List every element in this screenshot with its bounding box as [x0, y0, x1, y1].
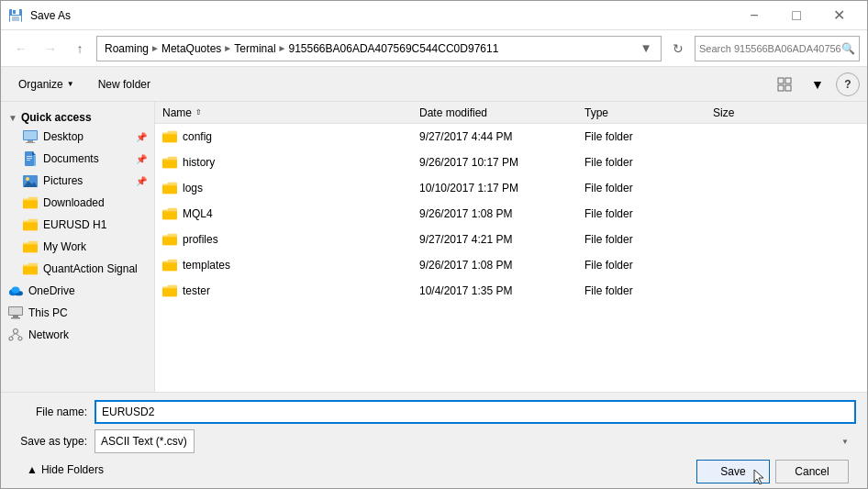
refresh-button[interactable]: ↻: [665, 36, 691, 61]
sidebar-item-thispc[interactable]: This PC: [1, 302, 154, 324]
file-name-cell: logs: [155, 182, 412, 194]
help-label: ?: [844, 78, 851, 91]
address-bar[interactable]: Roaming ► MetaQuotes ► Terminal ► 915566…: [96, 36, 662, 61]
search-input[interactable]: [699, 43, 841, 54]
col-date-header[interactable]: Date modified: [412, 106, 577, 119]
file-date-cell: 9/26/2017 10:17 PM: [412, 156, 577, 169]
svg-point-20: [26, 177, 29, 181]
documents-label: Documents: [43, 152, 99, 165]
save-as-dialog: Save As − □ ✕ ← → ↑ Roaming ► MetaQuotes…: [0, 0, 868, 489]
network-label: Network: [28, 328, 69, 341]
svg-point-24: [12, 287, 20, 294]
file-type-cell: File folder: [577, 259, 706, 272]
up-button[interactable]: ↑: [67, 36, 93, 61]
toolbar: Organize ▼ New folder ▼ ?: [1, 67, 867, 102]
maximize-button[interactable]: □: [775, 1, 818, 30]
eurusd-icon: [23, 217, 38, 232]
thispc-icon: [8, 306, 23, 320]
back-button[interactable]: ←: [8, 36, 34, 61]
table-row[interactable]: MQL4 9/26/2017 1:08 PM File folder: [155, 201, 867, 227]
search-box[interactable]: 🔍: [695, 36, 860, 61]
breadcrumb-part-2: MetaQuotes: [161, 42, 221, 55]
mywork-label: My Work: [43, 240, 86, 253]
svg-point-30: [9, 337, 13, 340]
view-button[interactable]: [770, 72, 799, 96]
help-button[interactable]: ?: [836, 72, 860, 96]
cancel-button[interactable]: Cancel: [775, 460, 849, 483]
view-dropdown-button[interactable]: ▼: [803, 72, 832, 96]
file-name-cell: config: [155, 130, 412, 143]
svg-rect-6: [785, 78, 791, 83]
pictures-pin-icon: 📌: [136, 176, 147, 186]
forward-button[interactable]: →: [38, 36, 63, 61]
new-folder-button[interactable]: New folder: [88, 72, 161, 96]
sidebar-item-mywork[interactable]: My Work: [1, 236, 154, 258]
address-area: ← → ↑ Roaming ► MetaQuotes ► Terminal ► …: [1, 30, 867, 67]
save-button[interactable]: Save: [696, 460, 770, 483]
sidebar-item-eurusd[interactable]: EURUSD H1: [1, 214, 154, 236]
file-type-cell: File folder: [577, 130, 706, 143]
folder-icon: [162, 182, 177, 194]
file-type-cell: File folder: [577, 156, 706, 169]
sidebar-item-desktop[interactable]: Desktop 📌: [1, 126, 154, 148]
organize-button[interactable]: Organize ▼: [8, 72, 84, 96]
file-date-cell: 9/27/2017 4:21 PM: [412, 233, 577, 246]
view-icon: [777, 77, 792, 92]
bottom-status: ▲ Hide Folders Save Cancel: [12, 459, 856, 481]
sidebar-item-downloaded[interactable]: Downloaded: [1, 192, 154, 214]
downloaded-label: Downloaded: [43, 196, 105, 209]
table-row[interactable]: templates 9/26/2017 1:08 PM File folder: [155, 252, 867, 278]
breadcrumb-part-3: Terminal: [234, 42, 275, 55]
sidebar-item-documents[interactable]: Documents 📌: [1, 148, 154, 170]
svg-rect-12: [26, 142, 35, 143]
network-icon: [8, 328, 23, 342]
breadcrumb: Roaming ► MetaQuotes ► Terminal ► 915566…: [105, 42, 635, 55]
file-type-cell: File folder: [577, 233, 706, 246]
svg-rect-26: [9, 307, 22, 315]
savetype-select[interactable]: ASCII Text (*.csv): [95, 429, 195, 453]
bottom-area: File name: Save as type: ASCII Text (*.c…: [1, 392, 867, 488]
table-row[interactable]: profiles 9/27/2017 4:21 PM File folder: [155, 227, 867, 252]
col-size-header[interactable]: Size: [706, 106, 779, 119]
sidebar-item-onedrive[interactable]: OneDrive: [1, 280, 154, 302]
col-name-header[interactable]: Name ⇧: [155, 106, 412, 119]
folder-icon: [162, 233, 177, 246]
window-title: Save As: [30, 9, 71, 22]
folder-icon: [162, 259, 177, 272]
folder-icon: [162, 156, 177, 169]
file-type-cell: File folder: [577, 207, 706, 220]
svg-rect-2: [13, 10, 16, 14]
folder-icon: [162, 130, 177, 143]
file-date-cell: 10/10/2017 1:17 PM: [412, 182, 577, 194]
view-dropdown-icon: ▼: [811, 77, 824, 92]
minimize-button[interactable]: −: [733, 1, 775, 30]
table-row[interactable]: config 9/27/2017 4:44 PM File folder: [155, 124, 867, 150]
table-row[interactable]: logs 10/10/2017 1:17 PM File folder: [155, 175, 867, 201]
hide-folders-button[interactable]: ▲ Hide Folders: [19, 460, 111, 480]
table-row[interactable]: tester 10/4/2017 1:35 PM File folder: [155, 278, 867, 304]
mywork-icon: [23, 239, 38, 254]
sidebar-item-pictures[interactable]: Pictures 📌: [1, 170, 154, 192]
search-icon: 🔍: [841, 42, 855, 55]
col-type-header[interactable]: Type: [577, 106, 706, 119]
svg-rect-7: [778, 85, 784, 91]
downloaded-icon: [23, 195, 38, 210]
sidebar-item-network[interactable]: Network: [1, 324, 154, 346]
savetype-row: Save as type: ASCII Text (*.csv): [12, 429, 856, 453]
filename-row: File name:: [12, 400, 856, 424]
file-rows-container: config 9/27/2017 4:44 PM File folder his…: [155, 124, 867, 304]
pictures-icon: [23, 173, 38, 188]
svg-rect-17: [27, 158, 32, 159]
filename-label: File name:: [12, 406, 95, 418]
sidebar-item-quantaction[interactable]: QuantAction Signal: [1, 258, 154, 280]
address-dropdown-button[interactable]: ▼: [639, 37, 653, 61]
cursor-icon: [752, 468, 765, 484]
quick-access-label: Quick access: [21, 111, 92, 124]
quick-access-header[interactable]: ▼ Quick access: [1, 106, 154, 126]
table-row[interactable]: history 9/26/2017 10:17 PM File folder: [155, 150, 867, 175]
eurusd-label: EURUSD H1: [43, 218, 106, 231]
filename-input[interactable]: [95, 400, 856, 424]
svg-rect-5: [778, 78, 784, 83]
file-date-cell: 9/26/2017 1:08 PM: [412, 207, 577, 220]
close-button[interactable]: ✕: [818, 1, 860, 30]
